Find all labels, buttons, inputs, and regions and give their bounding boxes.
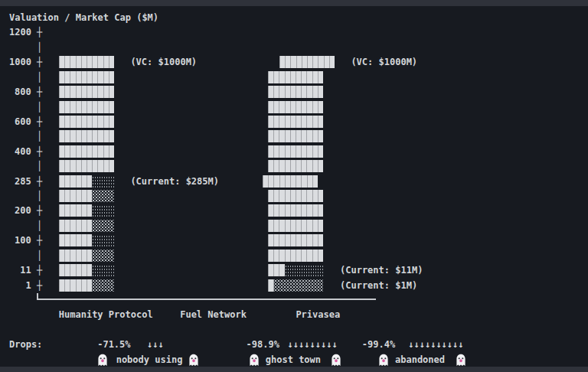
y-axis-tick: ┼ [37,204,42,218]
bar-humanity-protocol [59,56,114,68]
drop-arrows-humanity: ↓↓↓ [147,338,164,352]
drop-arrows-privasea: ↓↓↓↓↓↓↓↓↓↓ [408,338,463,352]
ghost-icon [331,354,341,367]
chart-row: Humanity ProtocolFuel NetworkPrivasea [0,308,588,322]
bar-humanity-protocol [59,116,114,128]
bar-privasea [268,250,323,262]
bar-privasea-solid-segment [268,71,323,83]
y-axis-line: │ [37,41,42,55]
bar-privasea [263,175,318,188]
bar-humanity-protocol-solid-segment [59,130,114,142]
y-axis-tick: ┼ [37,85,42,100]
bar-privasea [268,190,323,202]
bar-privasea [279,56,335,68]
chart-row: 1000┼(VC: $1000M)(VC: $1000M) [0,55,588,70]
bar-humanity-protocol-shade-segment [92,279,114,292]
bar-humanity-protocol [59,71,114,83]
drop-arrows-fuel: ↓↓↓↓↓↓↓↓↓ [288,338,338,352]
drop-pct-fuel: -98.9% [247,338,279,352]
bar-humanity-protocol [59,190,114,202]
ghost-icon [378,354,389,367]
y-axis-tick: ┼ [37,263,42,278]
chart-row: │ [0,129,588,144]
bar-privasea [268,204,323,217]
bar-privasea [268,160,323,172]
y-axis-tick: ┼ [37,175,42,189]
y-tick-label-1: 1 [9,279,31,293]
bar-privasea [268,145,323,158]
note-nobody-using: nobody using [116,353,183,367]
chart-row: │ [0,70,588,85]
y-tick-label-11: 11 [9,263,31,278]
y-axis-tick: ┼ [37,145,42,159]
annotation-current-fuel: (Current: $11M) [340,263,423,278]
bar-privasea-solid-segment [268,160,323,172]
y-axis-tick: ┼ [37,279,42,293]
ghost-icon [456,354,466,367]
chart-row: 800┼ [0,85,588,100]
bar-privasea-current [268,279,323,292]
note-abandoned: abandoned [395,353,445,367]
bar-privasea-solid-segment [268,190,323,202]
bar-privasea-solid-segment [268,130,323,142]
chart-row: 285┼(Current: $285M) [0,175,588,189]
bar-privasea [268,86,323,98]
y-axis-tick: ┼ [37,115,42,129]
y-axis-tick: ┼ [37,233,42,248]
bar-humanity-protocol-shade-segment [92,175,114,188]
x-label-privasea: Privasea [296,308,340,322]
chart-row: │ [0,159,588,174]
bar-privasea-solid-segment [268,116,323,128]
annotation-vc-privasea: (VC: $1000M) [351,55,417,70]
chart-row [0,293,588,308]
bar-fuel-network-current-shade-segment [285,264,323,276]
note-ghost-town: ghost town [266,353,321,367]
y-axis-line: │ [37,159,42,174]
bar-humanity-protocol [59,250,114,262]
ghost-icon [188,354,199,367]
chart-row: │ [0,41,588,55]
chart-row: │ [0,249,588,263]
y-tick-label-100: 100 [9,233,31,248]
y-axis-line: │ [37,219,42,233]
bar-humanity-protocol [59,204,114,217]
bar-humanity-protocol [59,279,114,292]
y-axis-line: │ [37,129,42,144]
bar-privasea-solid-segment [268,145,323,158]
y-tick-label-200: 200 [9,204,31,218]
y-axis-line: │ [37,249,42,263]
y-tick-label-400: 400 [9,145,31,159]
chart-row: Valuation / Market Cap ($M) [0,11,588,25]
y-axis-tick: ┼ [37,55,42,70]
bar-privasea-solid-segment [279,56,335,68]
chart-row: │ [0,219,588,233]
y-tick-label-1000: 1000 [9,55,31,70]
bar-privasea-solid-segment [268,86,323,98]
bar-privasea-current-solid-segment [268,279,273,292]
annotation-current-humanity: (Current: $285M) [130,175,219,189]
chart-row: nobody using ghost town abandoned [0,353,588,367]
annotation-current-privasea: (Current: $1M) [340,279,417,293]
chart-row: 600┼ [0,115,588,129]
drops-label: Drops: [9,338,42,352]
bar-privasea-solid-segment [263,175,318,188]
bar-humanity-protocol-solid-segment [59,86,114,98]
bar-humanity-protocol-shade-segment [92,234,114,246]
bar-humanity-protocol-shade-segment [92,190,114,202]
bar-humanity-protocol-solid-segment [59,160,114,172]
chart-row: │ [0,189,588,204]
bar-humanity-protocol [59,145,114,158]
chart-row: │ [0,100,588,115]
y-axis-line: │ [37,189,42,204]
bar-privasea-solid-segment [268,220,323,232]
bar-humanity-protocol-solid-segment [59,234,92,246]
y-tick-label-1200: 1200 [9,25,31,40]
x-axis-line [37,299,376,300]
terminal-window: Valuation / Market Cap ($M)1200┼│1000┼(V… [0,0,588,372]
bar-humanity-protocol-solid-segment [59,204,92,217]
bar-humanity-protocol-solid-segment [59,101,114,113]
bar-fuel-network-current-solid-segment [268,264,285,276]
bar-humanity-protocol [59,130,114,142]
bar-humanity-protocol-shade-segment [92,250,114,262]
bar-humanity-protocol [59,86,114,98]
